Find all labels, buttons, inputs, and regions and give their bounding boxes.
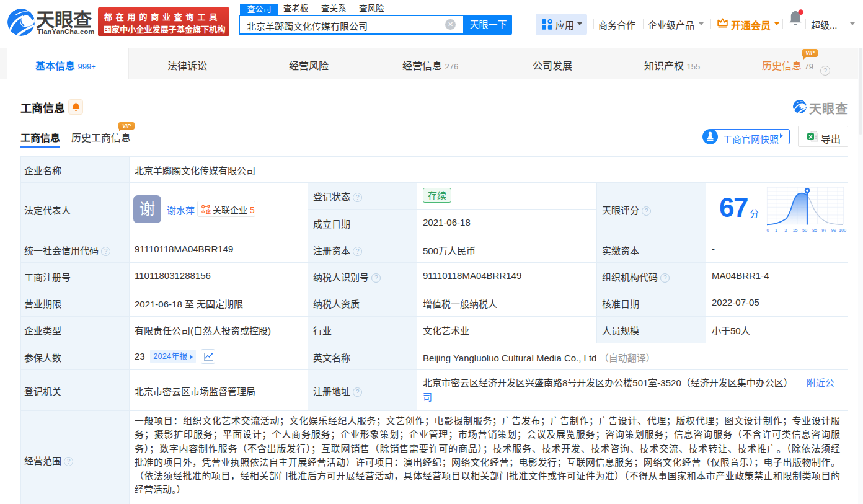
svg-text:企: 企 xyxy=(205,208,211,214)
svg-text:1: 1 xyxy=(775,228,777,233)
svg-text:3: 3 xyxy=(784,228,787,233)
svg-text:97: 97 xyxy=(821,228,826,233)
svg-text:0: 0 xyxy=(767,228,769,233)
svg-text:99: 99 xyxy=(831,228,836,233)
svg-text:15: 15 xyxy=(793,228,798,233)
svg-text:85: 85 xyxy=(812,228,817,233)
svg-text:100: 100 xyxy=(839,228,846,233)
svg-text:50: 50 xyxy=(802,228,807,233)
